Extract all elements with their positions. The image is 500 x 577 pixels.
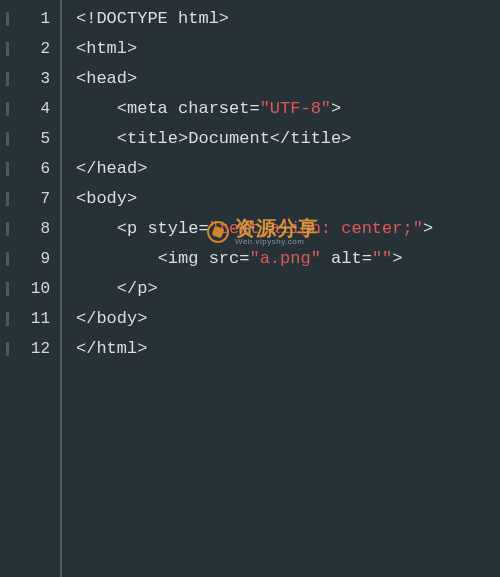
token-attr: src bbox=[209, 249, 240, 268]
token-punc: <! bbox=[76, 9, 96, 28]
line-number: 5 bbox=[0, 124, 60, 154]
token-punc bbox=[137, 219, 147, 238]
code-line[interactable]: <p style="text-align: center;"> bbox=[76, 214, 500, 244]
code-line[interactable]: </p> bbox=[76, 274, 500, 304]
token-tag: meta bbox=[127, 99, 168, 118]
line-number: 12 bbox=[0, 334, 60, 364]
code-line[interactable]: <head> bbox=[76, 64, 500, 94]
line-number: 6 bbox=[0, 154, 60, 184]
token-punc: > bbox=[137, 309, 147, 328]
token-punc bbox=[321, 249, 331, 268]
token-punc: </ bbox=[76, 279, 137, 298]
token-str: "UTF-8" bbox=[260, 99, 331, 118]
code-line[interactable]: </head> bbox=[76, 154, 500, 184]
token-punc: </ bbox=[76, 339, 96, 358]
token-punc: > bbox=[127, 39, 137, 58]
token-punc: < bbox=[76, 99, 127, 118]
token-punc: > bbox=[147, 279, 157, 298]
token-punc: </ bbox=[270, 129, 290, 148]
token-punc: < bbox=[76, 69, 86, 88]
line-number: 3 bbox=[0, 64, 60, 94]
line-number: 7 bbox=[0, 184, 60, 214]
token-punc: < bbox=[76, 219, 127, 238]
code-line[interactable]: </html> bbox=[76, 334, 500, 364]
line-number: 4 bbox=[0, 94, 60, 124]
line-number-gutter: 123456789101112 bbox=[0, 0, 62, 577]
token-punc: = bbox=[239, 249, 249, 268]
token-punc: = bbox=[249, 99, 259, 118]
token-punc: > bbox=[341, 129, 351, 148]
token-punc bbox=[168, 9, 178, 28]
token-str: "" bbox=[372, 249, 392, 268]
token-punc bbox=[198, 249, 208, 268]
token-tag: head bbox=[86, 69, 127, 88]
token-str: "a.png" bbox=[249, 249, 320, 268]
token-punc: > bbox=[127, 69, 137, 88]
token-punc: < bbox=[76, 129, 127, 148]
token-punc: = bbox=[362, 249, 372, 268]
code-line[interactable]: <body> bbox=[76, 184, 500, 214]
token-attr: style bbox=[147, 219, 198, 238]
code-line[interactable]: <meta charset="UTF-8"> bbox=[76, 94, 500, 124]
code-line[interactable]: </body> bbox=[76, 304, 500, 334]
token-punc: = bbox=[198, 219, 208, 238]
token-attr: charset bbox=[178, 99, 249, 118]
code-line[interactable]: <title>Document</title> bbox=[76, 124, 500, 154]
token-tag: p bbox=[137, 279, 147, 298]
code-line[interactable]: <!DOCTYPE html> bbox=[76, 4, 500, 34]
token-tag: body bbox=[96, 309, 137, 328]
token-punc: > bbox=[219, 9, 229, 28]
line-number: 1 bbox=[0, 4, 60, 34]
token-tag: DOCTYPE bbox=[96, 9, 167, 28]
line-number: 11 bbox=[0, 304, 60, 334]
line-number: 9 bbox=[0, 244, 60, 274]
token-punc: > bbox=[423, 219, 433, 238]
token-tag: title bbox=[127, 129, 178, 148]
token-tag: html bbox=[96, 339, 137, 358]
token-tag: p bbox=[127, 219, 137, 238]
token-punc: < bbox=[76, 39, 86, 58]
token-tag: body bbox=[86, 189, 127, 208]
line-number: 10 bbox=[0, 274, 60, 304]
token-punc: > bbox=[137, 339, 147, 358]
token-tag: img bbox=[168, 249, 199, 268]
token-attr: html bbox=[178, 9, 219, 28]
code-line[interactable]: <html> bbox=[76, 34, 500, 64]
token-attr: alt bbox=[331, 249, 362, 268]
code-editor: 123456789101112 资源分享 Web.vipyshy.com <!D… bbox=[0, 0, 500, 577]
token-punc: > bbox=[331, 99, 341, 118]
token-punc: > bbox=[127, 189, 137, 208]
token-punc: > bbox=[178, 129, 188, 148]
code-line[interactable]: <img src="a.png" alt=""> bbox=[76, 244, 500, 274]
token-punc: < bbox=[76, 249, 168, 268]
line-number: 8 bbox=[0, 214, 60, 244]
token-tag: html bbox=[86, 39, 127, 58]
code-area[interactable]: 资源分享 Web.vipyshy.com <!DOCTYPE html><htm… bbox=[62, 0, 500, 577]
token-tag: head bbox=[96, 159, 137, 178]
line-number: 2 bbox=[0, 34, 60, 64]
token-punc: > bbox=[137, 159, 147, 178]
token-tag: title bbox=[290, 129, 341, 148]
token-punc: </ bbox=[76, 159, 96, 178]
token-punc: Document bbox=[188, 129, 270, 148]
token-str: "text-align: center;" bbox=[209, 219, 423, 238]
token-punc: < bbox=[76, 189, 86, 208]
token-punc: </ bbox=[76, 309, 96, 328]
token-punc: > bbox=[392, 249, 402, 268]
token-punc bbox=[168, 99, 178, 118]
